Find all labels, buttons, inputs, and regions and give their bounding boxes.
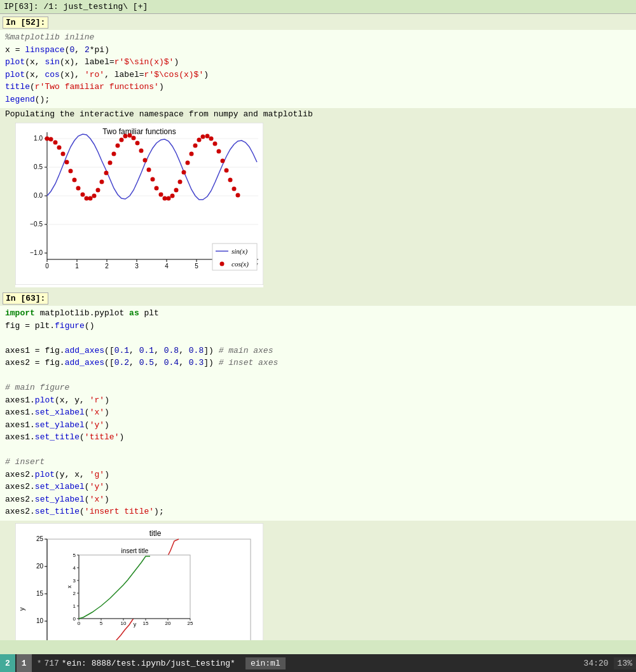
svg-rect-101	[79, 555, 190, 619]
svg-text:5: 5	[100, 621, 103, 626]
svg-text:5: 5	[73, 552, 76, 558]
status-pct: 13%	[614, 657, 636, 669]
svg-point-32	[92, 194, 97, 198]
svg-text:0: 0	[73, 616, 76, 622]
svg-point-51	[167, 196, 171, 201]
plot1-title: Two familiar functions	[102, 127, 176, 136]
status-cell-num1: 2	[0, 654, 15, 672]
svg-point-43	[135, 141, 140, 146]
ytick-05: 0.5	[34, 163, 43, 170]
svg-point-20	[45, 137, 50, 141]
svg-point-65	[221, 159, 225, 163]
xtick-1: 1	[75, 263, 79, 270]
cell-63-label[interactable]: In [63]:	[3, 292, 48, 305]
plot-2: title x y 0 1 2 3	[15, 523, 263, 641]
notebook-content[interactable]: In [52]: %matplotlib inline x = linspace…	[0, 14, 636, 640]
svg-text:20: 20	[36, 563, 44, 570]
svg-point-28	[76, 186, 81, 191]
legend-sin-label: sin(x)	[232, 247, 247, 256]
svg-point-26	[69, 169, 73, 174]
svg-text:1: 1	[73, 603, 76, 609]
svg-point-45	[143, 158, 148, 163]
svg-point-72	[220, 262, 225, 266]
svg-text:0: 0	[78, 621, 81, 626]
svg-text:15: 15	[36, 590, 44, 597]
plot2-inset-ylabel: x	[66, 585, 73, 588]
svg-point-47	[151, 177, 155, 182]
svg-point-40	[123, 134, 128, 139]
svg-text:10: 10	[121, 621, 127, 626]
status-file: *ein: 8888/test.ipynb/just_testing*	[62, 659, 235, 668]
status-linecount: 717	[44, 659, 59, 668]
ytick-m1: −1.0	[30, 249, 43, 256]
cell-52-output: Populating the interactive namespace fro…	[0, 108, 636, 120]
cell-52-code[interactable]: %matplotlib inline x = linspace(0, 2*pi)…	[0, 30, 636, 108]
svg-point-30	[85, 196, 89, 201]
svg-text:2: 2	[73, 591, 76, 596]
svg-point-49	[159, 193, 163, 197]
cell-63-code[interactable]: import matplotlib.pyplot as plt fig = pl…	[0, 306, 636, 521]
svg-point-67	[228, 178, 233, 182]
cell-52: In [52]: %matplotlib inline x = linspace…	[0, 14, 636, 290]
xtick-3: 3	[135, 263, 139, 270]
svg-point-48	[155, 186, 159, 191]
xtick-4: 4	[165, 263, 169, 270]
ytick-1: 1.0	[34, 135, 43, 142]
xtick-0: 0	[45, 263, 49, 270]
svg-point-37	[112, 152, 116, 156]
plot-1: Two familiar functions 1.0 0.5 0.0	[15, 123, 263, 287]
svg-point-64	[217, 149, 221, 154]
plot2-inset-title: insert title	[121, 547, 149, 554]
status-bar: 2 1 * 717 *ein: 8888/test.ipynb/just_tes…	[0, 654, 636, 672]
svg-point-41	[128, 134, 132, 138]
svg-text:15: 15	[143, 621, 149, 626]
svg-point-35	[104, 171, 109, 175]
svg-point-58	[193, 144, 198, 148]
svg-text:20: 20	[165, 621, 171, 626]
status-indicator: *	[37, 659, 42, 668]
cell-52-label[interactable]: In [52]:	[3, 17, 48, 29]
svg-point-63	[213, 142, 218, 146]
svg-point-21	[49, 137, 53, 142]
status-right: 34:20	[584, 659, 609, 668]
svg-point-34	[100, 180, 104, 184]
svg-point-24	[61, 152, 66, 156]
status-cell-num2: 1	[17, 654, 32, 672]
svg-point-31	[88, 196, 93, 201]
svg-point-42	[132, 136, 136, 141]
svg-point-57	[190, 152, 194, 156]
svg-text:3: 3	[73, 578, 76, 584]
status-mode: ein:ml	[245, 657, 286, 669]
svg-point-61	[205, 134, 210, 139]
svg-point-46	[147, 168, 151, 172]
xtick-5: 5	[195, 263, 198, 270]
svg-point-36	[108, 161, 113, 165]
svg-point-62	[209, 137, 214, 141]
svg-text:25: 25	[188, 621, 193, 626]
svg-point-39	[120, 138, 124, 142]
ytick-m05: −0.5	[30, 221, 43, 228]
svg-point-29	[81, 193, 85, 197]
svg-text:4: 4	[73, 565, 76, 571]
svg-point-33	[96, 188, 100, 193]
status-position: 34:20	[584, 659, 609, 668]
svg-point-66	[225, 168, 229, 173]
svg-point-38	[116, 144, 120, 148]
sin-cos-plot: Two familiar functions 1.0 0.5 0.0	[15, 123, 263, 285]
svg-point-50	[163, 196, 167, 201]
ytick-0: 0.0	[34, 192, 43, 199]
svg-text:10: 10	[36, 617, 44, 624]
svg-point-59	[197, 138, 202, 142]
axes-plot: title x y 0 1 2 3	[15, 523, 263, 641]
legend-cos-label: cos(x)	[232, 260, 249, 268]
svg-point-60	[201, 135, 205, 139]
svg-point-56	[186, 161, 190, 165]
svg-point-54	[178, 180, 183, 184]
svg-point-55	[182, 170, 186, 175]
xtick-2: 2	[105, 263, 109, 270]
svg-point-23	[57, 146, 62, 150]
svg-point-22	[53, 141, 58, 145]
plot2-main-title: title	[149, 529, 162, 538]
svg-point-44	[139, 149, 144, 153]
svg-point-52	[170, 194, 175, 198]
